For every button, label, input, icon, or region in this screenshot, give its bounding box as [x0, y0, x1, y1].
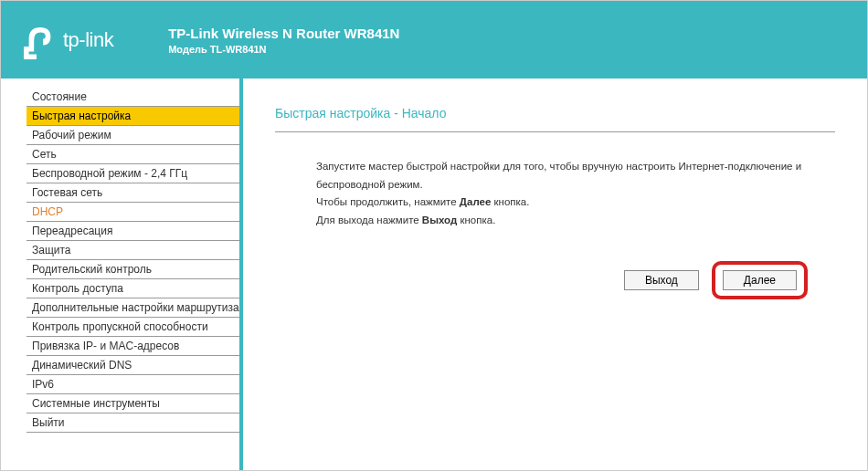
sidebar-item-access-control[interactable]: Контроль доступа [26, 279, 239, 298]
sidebar-item-forwarding[interactable]: Переадресация [26, 222, 239, 241]
instruction-line-3: Для выхода нажмите Выход кнопка. [316, 212, 835, 230]
tplink-logo-icon [17, 21, 56, 59]
logo-text: tp-link [63, 28, 113, 52]
sidebar: Состояние Быстрая настройка Рабочий режи… [1, 78, 243, 470]
main-content: Быстрая настройка - Начало Запустите мас… [243, 78, 867, 470]
divider [275, 131, 835, 132]
sidebar-item-ddns[interactable]: Динамический DNS [26, 356, 239, 375]
sidebar-item-wireless[interactable]: Беспроводной режим - 2,4 ГГц [26, 164, 239, 183]
sidebar-item-logout[interactable]: Выйти [26, 413, 239, 433]
content-text: Запустите мастер быстрой настройки для т… [275, 158, 835, 229]
sidebar-item-bandwidth[interactable]: Контроль пропускной способности [26, 318, 239, 337]
highlight-ring: Далее [712, 261, 808, 299]
sidebar-item-ipv6[interactable]: IPv6 [26, 375, 239, 394]
sidebar-item-system-tools[interactable]: Системные инструменты [26, 394, 239, 413]
sidebar-item-guest-network[interactable]: Гостевая сеть [26, 183, 239, 203]
sidebar-item-parental-control[interactable]: Родительский контроль [26, 260, 239, 279]
sidebar-item-network[interactable]: Сеть [26, 145, 239, 164]
sidebar-item-quick-setup[interactable]: Быстрая настройка [26, 107, 239, 126]
sidebar-item-status[interactable]: Состояние [26, 88, 239, 107]
sidebar-item-routing[interactable]: Дополнительные настройки маршрутизации [26, 298, 239, 318]
button-row: Выход Далее [275, 261, 835, 299]
next-button[interactable]: Далее [723, 270, 797, 290]
sidebar-item-security[interactable]: Защита [26, 241, 239, 260]
sidebar-item-operation-mode[interactable]: Рабочий режим [26, 126, 239, 145]
sidebar-item-ip-mac-binding[interactable]: Привязка IP- и MAC-адресов [26, 337, 239, 356]
page-title: Быстрая настройка - Начало [275, 106, 835, 120]
sidebar-item-dhcp[interactable]: DHCP [26, 203, 239, 222]
header: tp-link TP-Link Wireless N Router WR841N… [1, 1, 867, 78]
instruction-line-2: Чтобы продолжить, нажмите Далее кнопка. [316, 194, 835, 212]
logo: tp-link [17, 21, 113, 59]
instruction-line-1: Запустите мастер быстрой настройки для т… [316, 158, 835, 194]
exit-button[interactable]: Выход [624, 270, 699, 290]
header-titles: TP-Link Wireless N Router WR841N Модель … [168, 26, 399, 55]
header-title: TP-Link Wireless N Router WR841N [168, 26, 399, 41]
header-subtitle: Модель TL-WR841N [168, 44, 399, 55]
